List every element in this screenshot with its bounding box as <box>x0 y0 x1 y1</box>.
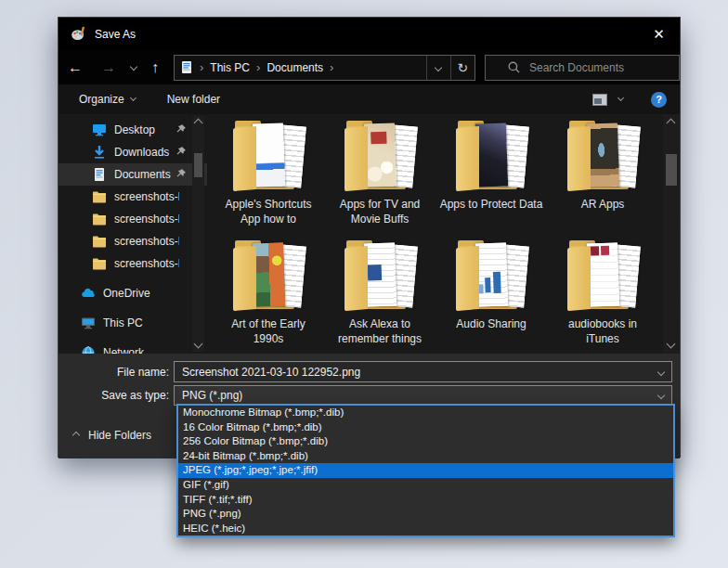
file-type-dropdown-list: Monochrome Bitmap (*.bmp;*.dib)16 Color … <box>176 404 675 537</box>
file-name-combobox[interactable] <box>174 361 672 382</box>
type-option-tiff[interactable]: TIFF (*.tif;*.tiff) <box>178 493 673 508</box>
folder-tile-audiobooks-in-itunes[interactable]: audiobooks in iTunes <box>547 239 658 358</box>
folder-name: Apps to Protect Data <box>440 198 543 213</box>
sidebar-item-screenshots-bat[interactable]: screenshots-bat <box>58 186 207 208</box>
command-toolbar: Organize New folder ? <box>58 84 680 114</box>
type-option-gif[interactable]: GIF (*.gif) <box>178 478 673 493</box>
sidebar-item-label: Desktop <box>114 123 155 136</box>
sidebar-item-screenshots-how[interactable]: screenshots-How <box>58 230 207 252</box>
sidebar-item-screenshots-bat[interactable]: screenshots-bat <box>58 208 207 230</box>
folder-tile-apple-s-shortcuts-app-how-to[interactable]: Apple's Shortcuts App how to <box>213 119 324 239</box>
files-scrollbar[interactable] <box>663 114 680 354</box>
sidebar-item-documents[interactable]: Documents <box>58 163 207 186</box>
folder-preview <box>587 242 619 306</box>
type-option-24-bit-bitmap[interactable]: 24-bit Bitmap (*.bmp;*.dib) <box>178 449 673 464</box>
breadcrumb-separator: › <box>250 60 266 74</box>
save-as-dialog: Save As ✕ ← → ↑ › This PC › Documents › <box>58 17 681 458</box>
pin-icon <box>176 146 187 157</box>
sidebar-item-this-pc[interactable]: This PC <box>58 312 207 334</box>
sidebar-item-desktop[interactable]: Desktop <box>58 119 207 141</box>
sidebar-item-label: Downloads <box>114 146 169 159</box>
sidebar-item-downloads[interactable]: Downloads <box>58 141 207 163</box>
scrollbar-thumb[interactable] <box>194 153 202 177</box>
type-option-heic[interactable]: HEIC (*.heic) <box>178 522 673 536</box>
folder-name: Ask Alexa to remember things <box>328 317 432 346</box>
folder-tile-ar-apps[interactable]: AR Apps <box>547 119 658 239</box>
type-option-jpeg[interactable]: JPEG (*.jpg;*.jpeg;*.jpe;*.jfif) <box>178 463 673 478</box>
sidebar-item-label: screenshots-bat <box>114 213 179 226</box>
organize-label: Organize <box>79 93 124 106</box>
breadcrumb-this-pc[interactable]: This PC <box>210 61 250 74</box>
folder-preview <box>364 123 396 187</box>
folder-thumbnail-icon <box>228 119 309 195</box>
breadcrumb-separator: › <box>193 60 210 74</box>
folder-tile-apps-for-tv-and-movie-buffs[interactable]: Apps for TV and Movie Buffs <box>324 119 436 239</box>
view-mode-icon[interactable] <box>592 94 607 106</box>
paint-app-icon <box>71 26 86 42</box>
save-as-type-label: Save as type: <box>58 389 174 402</box>
up-button[interactable]: ↑ <box>142 60 168 75</box>
folder-icon <box>92 234 107 249</box>
folder-tile-audio-sharing[interactable]: Audio Sharing <box>436 239 547 358</box>
type-option-256-color-bitmap[interactable]: 256 Color Bitmap (*.bmp;*.dib) <box>178 434 673 449</box>
folder-tile-art-of-the-early-1990s[interactable]: Art of the Early 1990s <box>213 239 324 358</box>
back-button[interactable]: ← <box>58 60 92 75</box>
search-box[interactable] <box>485 55 680 81</box>
sidebar-item-label: screenshots-How <box>114 257 179 270</box>
sidebar-item-screenshots-how[interactable]: screenshots-How <box>58 252 207 275</box>
save-as-type-combobox[interactable]: PNG (*.png) <box>174 385 672 406</box>
folder-thumbnail-icon <box>339 239 421 315</box>
scroll-down-icon[interactable] <box>667 340 676 349</box>
save-as-type-value: PNG (*.png) <box>182 389 658 402</box>
thispc-icon <box>81 316 96 330</box>
scroll-up-icon[interactable] <box>667 119 676 128</box>
sidebar-item-label: OneDrive <box>103 287 150 300</box>
chevron-up-icon <box>72 432 80 439</box>
search-icon <box>508 61 520 73</box>
folder-name: Apps for TV and Movie Buffs <box>328 198 432 226</box>
chevron-down-icon[interactable] <box>657 392 665 399</box>
new-folder-label: New folder <box>167 93 220 106</box>
forward-button[interactable]: → <box>92 60 125 75</box>
chevron-down-icon[interactable] <box>657 368 665 375</box>
sidebar-scrollbar[interactable] <box>192 116 204 352</box>
sidebar-item-onedrive[interactable]: OneDrive <box>58 282 207 304</box>
close-button[interactable]: ✕ <box>638 18 680 50</box>
new-folder-button[interactable]: New folder <box>167 93 220 106</box>
folder-thumbnail-icon <box>450 239 532 315</box>
scrollbar-thumb[interactable] <box>666 154 677 186</box>
folder-thumbnail-icon <box>562 239 644 315</box>
breadcrumb-separator: › <box>323 60 340 74</box>
search-input[interactable] <box>529 61 671 74</box>
scroll-down-icon[interactable] <box>194 340 203 349</box>
type-option-monochrome-bitmap[interactable]: Monochrome Bitmap (*.bmp;*.dib) <box>178 406 673 420</box>
folder-icon <box>92 189 107 204</box>
scroll-up-icon[interactable] <box>194 119 203 128</box>
refresh-button[interactable]: ↻ <box>450 56 474 80</box>
address-dropdown-button[interactable] <box>426 56 450 80</box>
folder-thumbnail-icon <box>450 119 532 195</box>
title-bar: Save As ✕ <box>58 18 680 50</box>
organize-button[interactable]: Organize <box>79 93 136 106</box>
desktop-background: { "window": { "title": "Save As", "close… <box>0 0 728 568</box>
hide-folders-button[interactable]: Hide Folders <box>73 429 151 442</box>
folder-thumbnail-icon <box>339 119 421 195</box>
folder-tile-apps-to-protect-data[interactable]: Apps to Protect Data <box>436 119 547 239</box>
help-button[interactable]: ? <box>651 92 667 108</box>
address-bar[interactable]: › This PC › Documents › ↻ <box>174 55 475 81</box>
file-name-input[interactable] <box>182 366 658 379</box>
folder-preview <box>475 242 508 306</box>
downloads-icon <box>92 145 107 160</box>
breadcrumb-documents[interactable]: Documents <box>266 61 323 74</box>
type-option-16-color-bitmap[interactable]: 16 Color Bitmap (*.bmp;*.dib) <box>178 420 673 435</box>
folder-name: Audio Sharing <box>456 317 526 332</box>
sidebar-item-label: Documents <box>114 168 171 181</box>
view-options-chevron[interactable] <box>618 95 624 101</box>
documents-icon <box>180 60 193 74</box>
recent-locations-button[interactable] <box>125 59 142 72</box>
sidebar-item-label: screenshots-How <box>114 235 179 248</box>
type-option-png[interactable]: PNG (*.png) <box>178 507 673 522</box>
chevron-down-icon <box>130 95 136 101</box>
folder-tile-ask-alexa-to-remember-things[interactable]: Ask Alexa to remember things <box>324 239 436 358</box>
folder-icon <box>92 212 107 226</box>
